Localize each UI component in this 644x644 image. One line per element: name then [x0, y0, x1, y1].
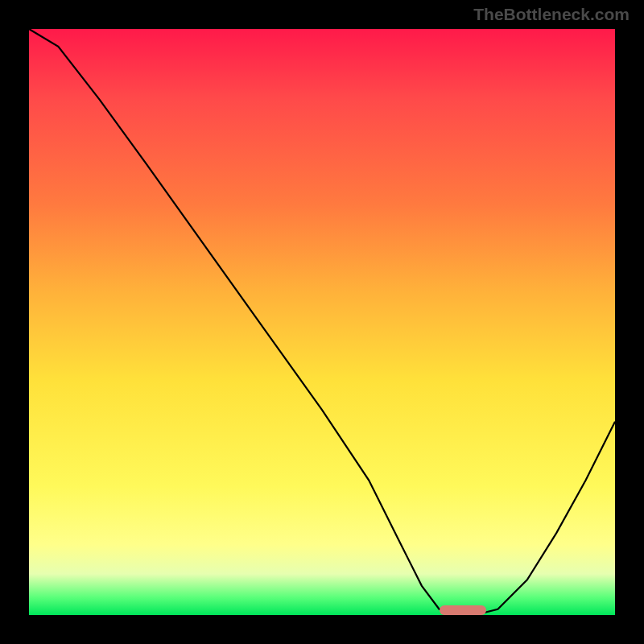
bottleneck-curve-svg: [29, 29, 615, 615]
optimal-range-marker: [440, 605, 486, 615]
curve-path: [29, 29, 615, 615]
watermark-text: TheBottleneck.com: [473, 5, 630, 24]
